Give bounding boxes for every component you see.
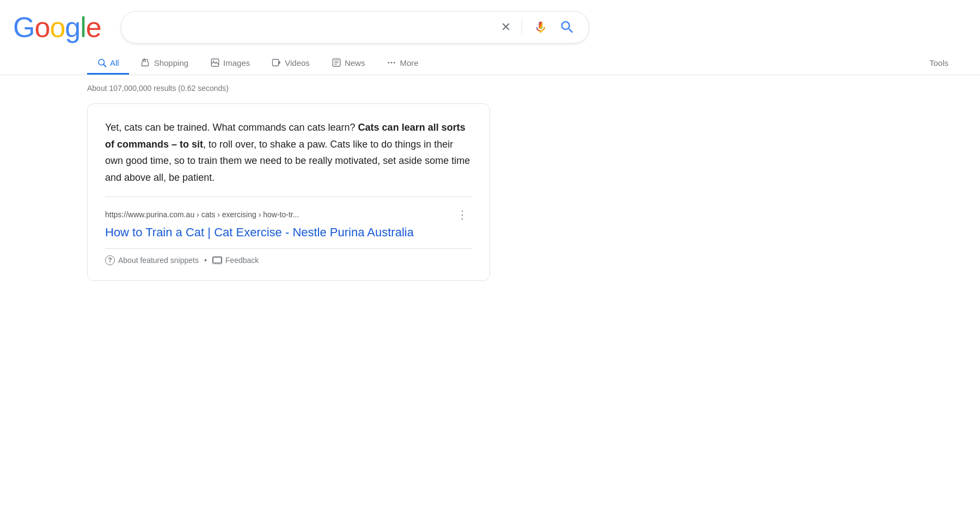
tab-news[interactable]: News [322,52,375,75]
tab-more[interactable]: More [377,52,428,75]
feedback-button[interactable]: Feedback [212,256,259,265]
header: Google can a cat learn to sit ✕ [0,0,980,44]
snippet-url: https://www.purina.com.au › cats › exerc… [105,210,448,219]
tab-videos-label: Videos [285,58,310,68]
shopping-icon [141,58,151,68]
logo-o1: o [34,11,50,44]
snippet-footer: ? About featured snippets • Feedback [105,248,472,265]
tab-more-label: More [400,58,418,68]
voice-search-button[interactable] [531,17,550,37]
news-icon [332,58,341,68]
about-snippets-label: About featured snippets [118,256,199,265]
logo-g: G [13,11,34,44]
snippet-text-prefix: Yet, cats can be trained. What commands … [105,122,358,133]
featured-snippet: Yet, cats can be trained. What commands … [87,103,490,281]
feedback-label: Feedback [225,256,259,265]
snippet-options-button[interactable]: ⋮ [452,206,472,223]
dot-separator: • [204,256,207,265]
tab-images[interactable]: Images [200,52,260,75]
mic-icon [533,20,548,35]
google-logo[interactable]: Google [13,11,101,44]
snippet-text: Yet, cats can be trained. What commands … [105,119,472,186]
search-button[interactable] [557,17,578,38]
svg-point-13 [394,62,395,64]
search-icon [559,19,575,35]
svg-rect-5 [273,59,279,66]
tools-button[interactable]: Tools [920,53,958,75]
search-bar: can a cat learn to sit ✕ [121,11,589,44]
about-snippets-button[interactable]: ? About featured snippets [105,255,199,265]
tab-shopping[interactable]: Shopping [131,52,198,75]
snippet-title-link[interactable]: How to Train a Cat | Cat Exercise - Nest… [105,225,472,240]
svg-point-11 [388,62,390,64]
nav-tabs: All Shopping Images Videos News More [0,48,980,75]
svg-marker-6 [279,60,281,65]
three-dots-icon: ⋮ [457,209,468,221]
snippet-source: https://www.purina.com.au › cats › exerc… [105,197,472,223]
tab-all-label: All [110,58,119,68]
svg-line-1 [103,64,106,66]
tab-news-label: News [345,58,365,68]
logo-o2: o [50,11,65,44]
videos-icon [272,58,281,68]
info-icon: ? [105,255,115,265]
images-icon [210,58,220,68]
logo-e: e [86,11,101,44]
svg-rect-14 [213,257,221,262]
svg-point-12 [391,62,393,64]
logo-g2: g [65,11,80,44]
search-divider [522,20,522,35]
logo-l: l [80,11,86,44]
results-area: About 107,000,000 results (0.62 seconds)… [0,75,490,281]
tab-images-label: Images [223,58,250,68]
feedback-icon [212,256,222,264]
tab-videos[interactable]: Videos [262,52,320,75]
all-icon [97,58,107,68]
tab-all[interactable]: All [87,52,129,75]
clear-button[interactable]: ✕ [499,18,513,36]
search-input[interactable]: can a cat learn to sit [132,21,492,34]
svg-point-2 [144,59,145,60]
clear-icon: ✕ [501,20,511,34]
more-icon [387,58,396,68]
results-count: About 107,000,000 results (0.62 seconds) [87,84,490,93]
tab-shopping-label: Shopping [154,58,188,68]
tools-label: Tools [929,58,948,68]
